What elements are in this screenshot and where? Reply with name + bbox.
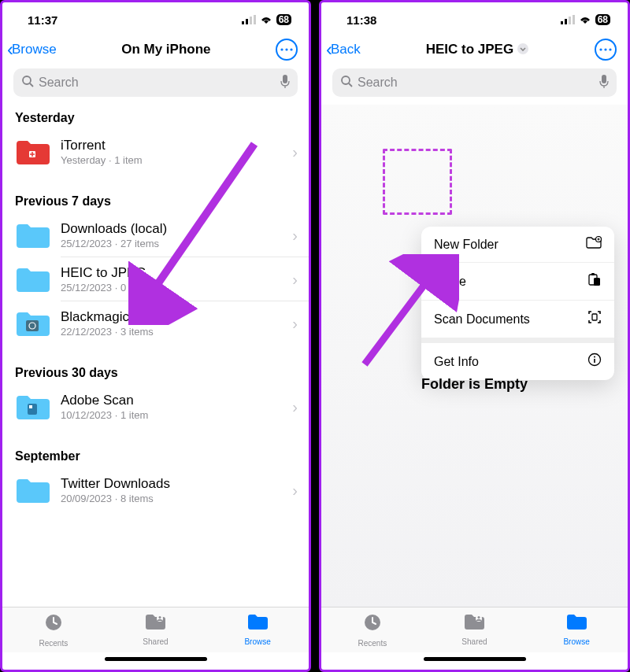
- folder-meta: 20/09/2023 · 8 items: [61, 493, 292, 504]
- svg-point-44: [478, 616, 480, 618]
- tab-recents[interactable]: Recents: [341, 612, 404, 651]
- chevron-right-icon: ›: [292, 315, 298, 333]
- svg-rect-22: [569, 17, 571, 24]
- new-folder-icon: [586, 236, 602, 253]
- tab-label: Browse: [244, 637, 270, 646]
- svg-rect-0: [242, 21, 244, 24]
- svg-line-29: [349, 83, 352, 87]
- chevron-right-icon: ›: [292, 227, 298, 245]
- svg-point-25: [599, 48, 602, 50]
- folder-row[interactable]: iTorrent Yesterday · 1 item ›: [2, 130, 309, 174]
- menu-label: Scan Documents: [434, 312, 530, 327]
- svg-rect-13: [26, 320, 39, 331]
- browse-folder-icon: [565, 612, 587, 636]
- tab-recents[interactable]: Recents: [22, 612, 85, 651]
- wifi-icon: [578, 15, 592, 24]
- home-indicator[interactable]: [2, 652, 309, 670]
- chevron-right-icon: ›: [292, 482, 298, 500]
- page-title: On My iPhone: [121, 42, 210, 57]
- svg-rect-1: [246, 19, 248, 24]
- back-button[interactable]: ‹ Back: [326, 39, 361, 61]
- screenshot-left: 11:37 68 ‹ Browse On My iPhone Yesterday: [0, 0, 311, 672]
- svg-rect-23: [573, 15, 575, 24]
- svg-point-27: [609, 48, 611, 50]
- menu-paste[interactable]: Paste: [421, 263, 614, 301]
- mic-icon[interactable]: [280, 75, 290, 91]
- folder-row[interactable]: Blackmagic Cam 22/12/2023 · 3 items ›: [2, 301, 309, 345]
- folder-icon: [15, 393, 50, 421]
- status-time: 11:37: [28, 13, 57, 27]
- mic-icon[interactable]: [599, 75, 609, 91]
- paste-icon: [587, 272, 602, 290]
- svg-rect-36: [594, 278, 600, 286]
- back-label: Browse: [12, 42, 57, 57]
- chevron-down-icon: [517, 42, 529, 57]
- tab-browse[interactable]: Browse: [545, 612, 608, 651]
- chevron-right-icon: ›: [292, 271, 298, 289]
- cellular-icon: [242, 15, 256, 24]
- search-input[interactable]: [39, 76, 276, 90]
- svg-line-8: [30, 83, 33, 87]
- svg-point-4: [280, 48, 283, 50]
- folder-meta: Yesterday · 1 item: [61, 154, 292, 166]
- selection-marquee: [383, 149, 452, 215]
- menu-scan-documents[interactable]: Scan Documents: [421, 301, 614, 338]
- svg-point-18: [159, 616, 161, 618]
- more-menu-button[interactable]: [595, 39, 617, 61]
- tab-shared[interactable]: Shared: [443, 612, 506, 651]
- folder-meta: 22/12/2023 · 3 items: [61, 326, 292, 338]
- clock-icon: [43, 612, 64, 637]
- folder-name: Downloads (local): [61, 221, 292, 237]
- nav-bar: ‹ Back HEIC to JPEG: [321, 34, 628, 68]
- menu-label: Get Info: [434, 355, 479, 369]
- svg-point-7: [23, 76, 31, 84]
- folder-row[interactable]: Adobe Scan 10/12/2023 · 1 item ›: [2, 385, 309, 429]
- file-list[interactable]: Yesterday iTorrent Yesterday · 1 item › …: [2, 105, 309, 607]
- svg-point-6: [290, 48, 292, 50]
- info-icon: [587, 353, 602, 371]
- folder-icon: [15, 138, 50, 166]
- back-button[interactable]: ‹ Browse: [7, 39, 57, 61]
- folder-row[interactable]: Twitter Downloads 20/09/2023 · 8 items ›: [2, 468, 309, 512]
- nav-bar: ‹ Browse On My iPhone: [2, 34, 309, 68]
- clock-icon: [362, 612, 383, 637]
- browse-folder-icon: [246, 612, 269, 636]
- battery-icon: 68: [595, 14, 610, 25]
- page-title[interactable]: HEIC to JPEG: [426, 42, 529, 57]
- svg-point-5: [285, 48, 287, 50]
- folder-name: iTorrent: [61, 138, 292, 153]
- tab-shared[interactable]: Shared: [124, 612, 187, 651]
- shared-folder-icon: [463, 612, 485, 636]
- svg-rect-37: [592, 314, 597, 320]
- search-bar[interactable]: [332, 68, 617, 97]
- folder-row[interactable]: Downloads (local) 25/12/2023 · 27 items …: [2, 213, 309, 257]
- svg-rect-35: [591, 273, 595, 275]
- home-indicator[interactable]: [321, 652, 628, 670]
- back-label: Back: [331, 42, 361, 57]
- status-bar: 11:37 68: [2, 2, 309, 34]
- menu-label: Paste: [434, 275, 466, 289]
- status-bar: 11:38 68: [321, 2, 628, 34]
- tab-browse[interactable]: Browse: [226, 612, 289, 651]
- search-bar[interactable]: [13, 68, 298, 97]
- folder-row[interactable]: HEIC to JPEG 25/12/2023 · 0 items ›: [2, 257, 309, 301]
- cellular-icon: [561, 15, 575, 24]
- section-header: September: [2, 443, 309, 468]
- more-menu-button[interactable]: [276, 39, 298, 61]
- search-input[interactable]: [358, 76, 595, 90]
- tab-bar: Recents Shared Browse: [2, 607, 309, 652]
- svg-rect-20: [561, 21, 563, 24]
- menu-new-folder[interactable]: New Folder: [421, 227, 614, 263]
- section-header: Previous 7 days: [2, 188, 309, 213]
- folder-content-area[interactable]: New Folder Paste Scan Documents Get Info: [321, 105, 628, 607]
- search-icon: [340, 75, 353, 90]
- folder-icon: [15, 221, 50, 249]
- tab-label: Shared: [143, 637, 168, 646]
- menu-get-info[interactable]: Get Info: [421, 343, 614, 380]
- folder-icon: [15, 309, 50, 338]
- svg-point-39: [594, 356, 595, 358]
- section-header: Previous 30 days: [2, 360, 309, 385]
- folder-meta: 25/12/2023 · 0 items: [61, 282, 292, 294]
- folder-name: Blackmagic Cam: [61, 309, 292, 325]
- folder-name: Twitter Downloads: [61, 476, 292, 492]
